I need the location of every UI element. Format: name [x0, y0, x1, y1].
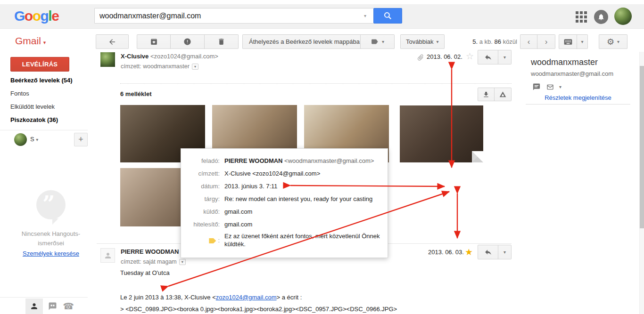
- message1-reply-button[interactable]: [478, 50, 498, 64]
- message2-date: 2013. 06. 03.: [428, 249, 464, 256]
- profile-caret-icon: ▾: [36, 137, 38, 142]
- labels-caret-icon: ▾: [382, 39, 384, 44]
- search-input[interactable]: [94, 8, 374, 24]
- spam-button[interactable]: [171, 34, 205, 49]
- message2-sender-name[interactable]: PIERRE WOODMAN: [121, 248, 179, 255]
- google-drive-icon: [499, 90, 507, 98]
- show-details-link[interactable]: Részletek megjelenítése: [526, 94, 630, 101]
- hangouts-logo-tail: [52, 218, 58, 225]
- attachment-thumbnail-4[interactable]: [400, 105, 483, 162]
- caret-down-icon: ▾: [504, 55, 506, 60]
- search-options-caret-icon[interactable]: ▾: [364, 13, 366, 18]
- trash-icon: [217, 38, 225, 46]
- google-logo-letter: G: [14, 8, 25, 24]
- importance-marker-icon: [209, 238, 216, 243]
- gmail-caret-icon: ▾: [43, 40, 46, 45]
- hangouts-phone-tab[interactable]: ☎: [61, 298, 75, 314]
- more-actions-button[interactable]: Továbbiak ▾: [400, 34, 445, 49]
- contact-actions-caret-icon[interactable]: ▾: [559, 84, 561, 89]
- message1-more-button[interactable]: ▾: [498, 50, 512, 64]
- message1-star-icon[interactable]: ☆: [466, 51, 474, 62]
- sidebar-divider: [0, 130, 88, 130]
- sender-avatar: [100, 52, 115, 67]
- save-to-drive-button[interactable]: [495, 88, 512, 101]
- newer-conversation-button[interactable]: ‹: [520, 34, 537, 49]
- profile-avatar[interactable]: [614, 8, 632, 25]
- message2-reply-button[interactable]: [478, 245, 498, 259]
- message1-sender-name[interactable]: X-Clusive: [121, 53, 149, 60]
- hangouts-search-people-link[interactable]: Személyek keresése: [0, 250, 102, 257]
- back-arrow-icon: [108, 38, 116, 46]
- input-tools-button[interactable]: [559, 34, 577, 49]
- sidebar-item-sent[interactable]: Elküldött levelek: [10, 102, 55, 112]
- attachments-count-label: 6 melléklet: [120, 90, 152, 97]
- download-icon: [482, 91, 490, 98]
- attachment-paperclip-icon: [415, 52, 426, 63]
- contact-chat-icon[interactable]: [532, 83, 541, 91]
- google-logo-letter: o: [25, 8, 33, 24]
- notifications-bell-icon[interactable]: [594, 10, 608, 24]
- settings-button[interactable]: ⚙ ▾: [599, 34, 627, 49]
- message2-quoted-attachments: > <DSC_0989.JPG><boroka 0.jpg><boroka1.j…: [120, 306, 397, 313]
- details-row-to: címzett: X-Clusive <zozo1024@gmail.com>: [181, 167, 388, 180]
- message1-recipient-line: címzett: woodmanxmaster▾: [121, 63, 198, 70]
- contact-email-icon[interactable]: [545, 83, 555, 91]
- older-conversation-button[interactable]: ›: [537, 34, 555, 49]
- move-to-inbox-button[interactable]: Áthelyezés a Beérkező levelek mappába: [242, 34, 366, 49]
- delete-button[interactable]: [205, 34, 239, 49]
- search-icon: [383, 11, 392, 20]
- message2-star-icon[interactable]: ★: [465, 247, 473, 258]
- gmail-window: Google ▾ Gmail▾ Áthelyezés a Beérkező le…: [0, 0, 644, 314]
- chat-bubble-icon: [48, 302, 57, 311]
- person-icon: [104, 251, 112, 260]
- message-details-popup: feladó: PIERRE WOODMAN <woodmanxmaster@g…: [181, 148, 388, 258]
- contact-email: woodmanxmaster@gmail.com: [531, 70, 613, 77]
- chat-profile-name[interactable]: S ▾: [30, 136, 38, 143]
- hangouts-empty-text: Nincsenek Hangouts-: [0, 230, 102, 237]
- add-contact-button[interactable]: +: [74, 133, 88, 146]
- archive-button[interactable]: [137, 34, 171, 49]
- apps-grid-icon[interactable]: [576, 11, 587, 23]
- hangouts-contacts-tab[interactable]: [25, 298, 43, 314]
- show-details-caret-icon[interactable]: ▾: [192, 64, 198, 70]
- plus-icon: +: [78, 135, 83, 145]
- sidebar-item-important[interactable]: Fontos: [10, 89, 29, 99]
- message2-more-button[interactable]: ▾: [498, 245, 512, 259]
- quoted-email-link[interactable]: zozo1024@gmail.com: [216, 294, 277, 301]
- contact-panel-divider: [526, 104, 630, 105]
- download-all-button[interactable]: [478, 88, 495, 101]
- gmail-logo[interactable]: Gmail▾: [15, 35, 46, 47]
- show-details-caret-icon[interactable]: ▾: [179, 259, 186, 265]
- back-to-inbox-button[interactable]: [96, 34, 129, 49]
- more-caret-icon: ▾: [437, 39, 439, 44]
- labels-button[interactable]: ▾: [360, 34, 395, 49]
- message1-sender-email: <zozo1024@gmail.com>: [150, 53, 218, 60]
- chevron-left-icon: ‹: [528, 37, 530, 47]
- google-logo-letter: l: [48, 8, 51, 24]
- chevron-right-icon: ›: [545, 37, 548, 47]
- scrollbar-thumb[interactable]: [640, 66, 644, 228]
- google-logo: Google: [14, 8, 58, 24]
- input-tools-caret-button[interactable]: ▾: [577, 34, 588, 49]
- compose-button[interactable]: LEVÉLÍRÁS: [10, 57, 69, 72]
- thumbnail-page-curl: [472, 151, 483, 162]
- person-icon: [30, 302, 39, 311]
- sidebar-item-inbox[interactable]: Beérkező levelek (54): [10, 75, 73, 86]
- caret-down-icon: ▾: [581, 39, 583, 44]
- details-from-name: PIERRE WOODMAN: [224, 157, 283, 164]
- sidebar-item-drafts[interactable]: Piszkozatok (36): [10, 115, 58, 125]
- message2-recipient-line: címzett: saját magam▾: [121, 258, 186, 265]
- gear-icon: ⚙: [607, 37, 614, 47]
- attachments-divider: [120, 83, 512, 84]
- keyboard-icon: [563, 37, 573, 47]
- hangouts-conversations-tab[interactable]: [45, 298, 59, 314]
- google-logo-letter: o: [33, 8, 41, 24]
- sender-avatar-placeholder: [100, 248, 115, 263]
- details-row-from: feladó: PIERRE WOODMAN <woodmanxmaster@g…: [181, 154, 388, 167]
- message1-date: 2013. 06. 02.: [427, 53, 462, 60]
- chat-profile-avatar[interactable]: [14, 133, 27, 146]
- details-row-subject: tárgy: Re: new model can interest you, r…: [181, 193, 388, 205]
- phone-icon: ☎: [63, 301, 74, 312]
- caret-down-icon: ▾: [504, 250, 506, 255]
- search-button[interactable]: [373, 8, 402, 24]
